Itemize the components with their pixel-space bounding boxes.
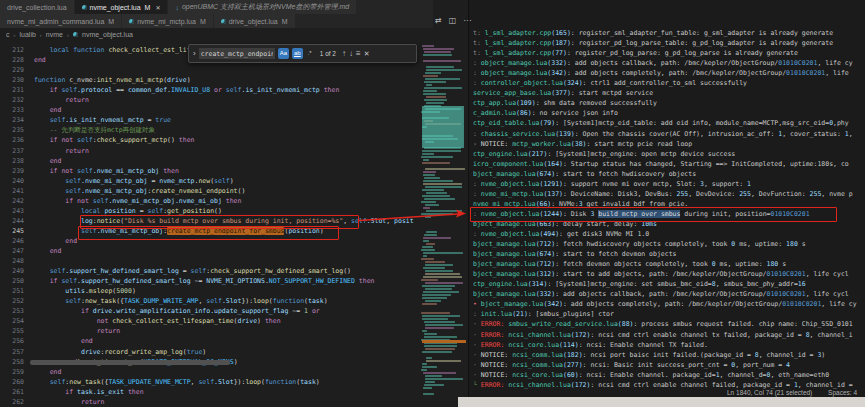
code-line-248[interactable]: 248 [0,256,420,266]
code-line-232[interactable]: 232 return [0,95,420,105]
code-line-243[interactable]: 243 local position = self:get_position() [0,206,420,216]
log-line[interactable]: : nvme_mi_mctp.lua(137): DeviceName: Dis… [473,189,853,199]
code-line-229[interactable]: 229 [0,65,420,75]
log-line-highlighted[interactable]: : nvme_object.lua(1244): Disk 3 build mc… [473,209,810,219]
log-line[interactable]: bject_manage.lua(712): fetch devmon obje… [473,259,786,269]
code-line-237[interactable]: 237 return [0,146,420,156]
log-line[interactable]: ctp_eid_table.lua(79): [System1]mctp_eid… [473,118,849,128]
breadcrumb-item[interactable]: c [6,31,10,38]
code-line-239[interactable]: 239 if not self.nvme_mi_mctp_obj then [0,166,420,176]
whole-word-button[interactable]: ab [292,48,303,59]
log-line[interactable]: icro_component.lua(164): Startup status … [473,159,849,169]
code-line-252[interactable]: 252 self:new_task({TASK_DUMP_WRITE_AMP, … [0,296,420,306]
cursor-position-status[interactable]: Ln 1840, Col 74 (21 selected) [727,389,812,396]
log-line[interactable]: bject_manage.lua(674): start to fetch de… [473,249,677,259]
close-find-icon[interactable]: ✕ [364,48,370,59]
split-editor-icon[interactable]: ◫ [449,16,457,26]
log-line[interactable]: t: l_sml_adapter.cpp(165): register_sml_… [473,28,833,38]
log-line[interactable]: · NOTICE: ncsi_comm.lua(277): ncsi: Basi… [473,360,790,370]
code-line-246[interactable]: 246 end [0,236,420,246]
code-line-262[interactable]: 262 return [0,397,420,407]
horizontal-scrollbar[interactable] [30,360,230,365]
more-actions-icon[interactable]: ⋯ [463,16,471,26]
log-line[interactable]: bject_manage.lua(674): start to fetch hw… [473,169,696,179]
log-line[interactable]: ctp_engine.lua(217): [System1]mctp_engin… [473,149,735,159]
code-line-235[interactable]: 235 -- 先判断是否支持mctp再创建对象 [0,125,420,135]
log-line[interactable]: ctp_engine.lua(314): [System1]mctp_engin… [473,279,806,289]
log-line[interactable]: · ERROR: ncsi_core.lua(114): ncsi: Enabl… [473,340,708,350]
code-line-236[interactable]: 236 if not self:check_support_mctp() the… [0,135,420,145]
code-line-260[interactable]: 260 self:new_task({TASK_UPDATE_NVME_MCTP… [0,377,420,387]
code-line-261[interactable]: 261 if task.is_exit then [0,387,420,397]
match-case-button[interactable]: Aa [278,48,289,59]
code-line-249[interactable]: 249 self.support_hw_defined_smart_log = … [0,266,420,276]
log-line[interactable]: : object_manage.lua(332): add objects ca… [473,58,853,68]
find-in-selection-icon[interactable]: ≡ [356,48,361,59]
code-line-234[interactable]: 234 self.is_init_nvmemi_mctp = true [0,115,420,125]
log-line[interactable]: t: l_sml_adapter.cpp(187): register_pd_l… [473,38,833,48]
code-line-231[interactable]: 231 if self.protocol == common_def.INVAL… [0,85,420,95]
breadcrumb-file[interactable]: nvme_object.lua [82,31,133,38]
log-line[interactable]: · NOTICE: ncsi_core.lua(60): ncsi: Enabl… [473,370,829,380]
code-line-253[interactable]: 253 if drive.write_amplification_info.up… [0,306,420,316]
code-line-244[interactable]: 244 log:notice("Disk %s build mctp over … [0,216,420,226]
code-line-250[interactable]: 250 if self.support_hw_defined_smart_log… [0,276,420,286]
code-line-247[interactable]: 247 end [0,246,420,256]
open-changes-icon[interactable]: ⇄ [435,16,442,26]
toggle-replace-icon[interactable]: › [193,49,196,58]
code-line-233[interactable]: 233 end [0,105,420,115]
log-line[interactable]: t: l_sml_adapter.cpp(77): register_pd_lo… [473,48,798,58]
close-icon[interactable]: ✕ [155,4,160,11]
regex-button[interactable]: .* [306,48,314,59]
code-line-241[interactable]: 241 self.nvme_mi_mctp_obj:create_nvmemi_… [0,186,420,196]
code-line-255[interactable]: 255 return [0,326,420,336]
log-line[interactable]: bject_manage.lua(663): delay start, dela… [473,219,657,229]
log-panel[interactable]: t: l_sml_adapter.cpp(165): register_sml_… [468,0,865,407]
tab-nvme_mi_admin_command.lua[interactable]: nvme_mi_admin_command.luaM [0,14,122,28]
tab-drive_collection.lua[interactable]: drive_collection.lua [0,0,75,14]
log-line[interactable]: bject_manage.lua(712): fetch hwdiscovery… [473,239,806,249]
log-line[interactable]: : controller_object.lua(324): ctrl1 add_… [473,78,747,88]
log-line[interactable]: ctp_app.lua(109): shm data removed succe… [473,98,657,108]
minimap[interactable] [420,40,468,407]
code-line-256[interactable]: 256 end [0,336,420,346]
log-line[interactable]: nvme_mi_mctp.lua(66): NVMe:3 get invalid… [473,199,688,209]
log-line[interactable]: · ERROR: ncsi_channel.lua(172): ncsi cmd… [473,330,853,340]
code-line-251[interactable]: 251 utils.msleep(5000) [0,286,420,296]
code-line-238[interactable]: 238 end [0,156,420,166]
code-line-242[interactable]: 242 if not self.nvme_mi_mctp_obj.nvme_mi… [0,196,420,206]
indentation-status[interactable]: Spaces: 4 [828,389,857,396]
log-token: t: [473,49,485,57]
find-input[interactable] [199,48,275,59]
log-line[interactable]: service_app_base.lua(377): start mctpd s… [473,88,653,98]
breadcrumb-item[interactable]: nvme [46,31,63,38]
tab-openUBMC-NVMe-.md[interactable]: ↓openUBMC 支持双主机场景对NVMe盘的带外管理.md [168,0,357,14]
log-line[interactable]: : nvme_object.lua(494): get disk3 NVMe M… [473,229,649,239]
code-line-245[interactable]: 245 self.nvme_mi_mctp_obj:create_mctp_en… [0,226,420,236]
previous-match-icon[interactable]: ↑ [342,48,346,59]
log-line[interactable]: : nvme_object.lua(1291): support nvme mi… [473,179,751,189]
log-line[interactable]: · ERROR: smbus_write_read_service.lua(88… [473,319,853,329]
log-line[interactable]: bject_manage.lua(312): start to add obje… [473,269,849,279]
log-line[interactable]: bject_manage.lua(332): add objects callb… [473,289,849,299]
log-line[interactable]: c_admin.lua(86): no service json info [473,108,618,118]
code-line-230[interactable]: 230function c_nvme:init_nvme_mi_mctp(dri… [0,75,420,85]
code-line-240[interactable]: 240 self.nvme_mi_mctp_obj = nvme_mctp.ne… [0,176,420,186]
log-line[interactable]: › NOTICE: mctp_worker.lua(38): start mct… [473,139,692,149]
log-line[interactable]: · NOTICE: ncsi_comm.lua(182): ncsi port … [473,350,825,360]
log-line[interactable]: • bject_manage.lua(342): add objects com… [473,299,857,309]
breadcrumb-item[interactable]: lualib [20,31,36,38]
tab-nvme_mi_mctp.lua[interactable]: nvme_mi_mctp.luaM [122,14,214,28]
breadcrumb[interactable]: c›lualib›nvme›nvme_object.lua [0,28,439,41]
code-line-257[interactable]: 257 drive:record_write_amp_log(true) [0,347,420,357]
code-token: self [81,227,97,235]
log-line[interactable]: : init.lua(21): [smbus_plugins] ctor [473,309,614,319]
log-line[interactable]: : object_manage.lua(342): add objects co… [473,68,849,78]
code-editor[interactable]: 212 local function check_collect_est_lif… [0,41,420,407]
tab-drive_object.lua[interactable]: drive_object.luaM [214,14,296,28]
code-line-254[interactable]: 254 not check_collect_est_lifespan_time(… [0,316,420,326]
log-line[interactable]: : chassis_service.lua(139): Open the cha… [473,129,853,139]
code-line-259[interactable]: 259 end [0,367,420,377]
tab-nvme_object.lua[interactable]: nvme_object.luaM✕ [75,0,169,14]
next-match-icon[interactable]: ↓ [349,48,353,59]
